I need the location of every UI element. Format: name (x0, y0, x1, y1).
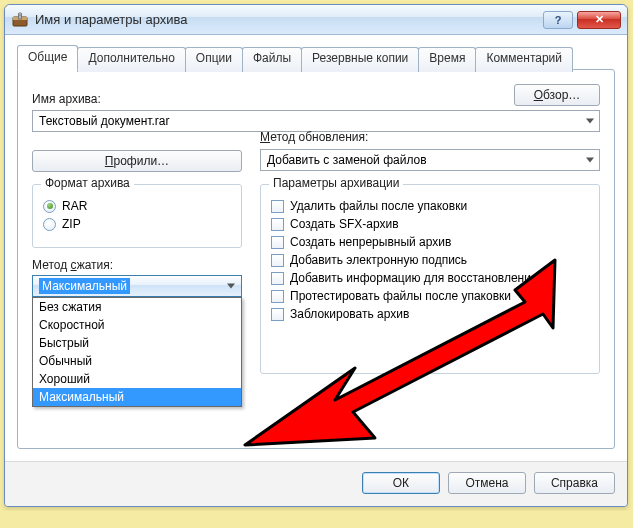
checkbox-icon (271, 272, 284, 285)
chevron-down-icon (227, 284, 235, 289)
window-title: Имя и параметры архива (35, 12, 543, 27)
tab-files[interactable]: Файлы (242, 47, 302, 72)
svg-rect-3 (19, 13, 22, 15)
compression-option[interactable]: Обычный (33, 352, 241, 370)
dialog-window: Имя и параметры архива ? ✕ Общие Дополни… (4, 4, 628, 507)
cancel-button[interactable]: Отмена (448, 472, 526, 494)
check-signature[interactable]: Добавить электронную подпись (271, 253, 589, 267)
tabstrip: Общие Дополнительно Опции Файлы Резервны… (17, 45, 615, 70)
radio-zip[interactable]: ZIP (43, 217, 231, 231)
checkbox-icon (271, 308, 284, 321)
radio-mark-icon (43, 218, 56, 231)
checkbox-icon (271, 200, 284, 213)
params-title: Параметры архивации (269, 176, 403, 190)
params-group: Параметры архивации Удалить файлы после … (260, 184, 600, 374)
compression-combo[interactable]: Максимальный Без сжатия Скоростной Быстр… (32, 275, 242, 297)
archive-name-value: Текстовый документ.rar (39, 114, 169, 128)
tab-backup[interactable]: Резервные копии (301, 47, 419, 72)
check-recovery[interactable]: Добавить информацию для восстановления (271, 271, 589, 285)
compression-option[interactable]: Без сжатия (33, 298, 241, 316)
checkbox-icon (271, 290, 284, 303)
dialog-footer: ОК Отмена Справка (5, 461, 627, 506)
archive-name-label: Имя архива: (32, 92, 101, 106)
help-footer-button[interactable]: Справка (534, 472, 615, 494)
update-method-label: Метод обновления: (260, 130, 600, 144)
window-buttons: ? ✕ (543, 11, 621, 29)
compression-option[interactable]: Хороший (33, 370, 241, 388)
checkbox-icon (271, 218, 284, 231)
tab-time[interactable]: Время (418, 47, 476, 72)
radio-mark-icon (43, 200, 56, 213)
tab-options[interactable]: Опции (185, 47, 243, 72)
check-solid[interactable]: Создать непрерывный архив (271, 235, 589, 249)
update-method-value: Добавить с заменой файлов (267, 153, 427, 167)
compression-option[interactable]: Скоростной (33, 316, 241, 334)
compression-label: Метод сжатия: (32, 258, 242, 272)
chevron-down-icon (586, 158, 594, 163)
tab-general[interactable]: Общие (17, 45, 78, 70)
compression-option[interactable]: Максимальный (33, 388, 241, 406)
checkbox-icon (271, 236, 284, 249)
format-group: Формат архива RAR ZIP (32, 184, 242, 248)
compression-dropdown-list: Без сжатия Скоростной Быстрый Обычный Хо… (32, 297, 242, 407)
winrar-icon (11, 11, 29, 29)
archive-name-combo[interactable]: Текстовый документ.rar (32, 110, 600, 132)
profiles-button[interactable]: Профили… (32, 150, 242, 172)
client-area: Общие Дополнительно Опции Файлы Резервны… (5, 35, 627, 461)
format-title: Формат архива (41, 176, 134, 190)
chevron-down-icon (586, 119, 594, 124)
tab-comment[interactable]: Комментарий (475, 47, 573, 72)
check-test[interactable]: Протестировать файлы после упаковки (271, 289, 589, 303)
close-button[interactable]: ✕ (577, 11, 621, 29)
checkbox-icon (271, 254, 284, 267)
compression-option[interactable]: Быстрый (33, 334, 241, 352)
help-button[interactable]: ? (543, 11, 573, 29)
radio-rar[interactable]: RAR (43, 199, 231, 213)
tab-advanced[interactable]: Дополнительно (77, 47, 185, 72)
check-lock[interactable]: Заблокировать архив (271, 307, 589, 321)
check-delete-after[interactable]: Удалить файлы после упаковки (271, 199, 589, 213)
ok-button[interactable]: ОК (362, 472, 440, 494)
compression-value: Максимальный (39, 278, 130, 294)
titlebar: Имя и параметры архива ? ✕ (5, 5, 627, 35)
update-method-combo[interactable]: Добавить с заменой файлов (260, 149, 600, 171)
browse-button[interactable]: Обзор… (514, 84, 600, 106)
check-sfx[interactable]: Создать SFX-архив (271, 217, 589, 231)
tabpage-general: Имя архива: Обзор… Текстовый документ.ra… (17, 69, 615, 449)
